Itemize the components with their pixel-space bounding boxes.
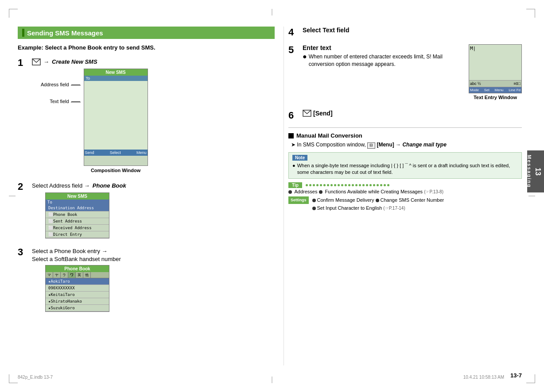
send-box: [Send] [303,110,333,117]
manual-mail-prefix: In SMS Composition window, [297,142,365,148]
settings-badge: Settings [288,196,309,204]
chapter-label: Messaging [527,155,532,188]
tab-ra[interactable]: ラ [61,272,68,278]
step-2-content: Select Address field → Phone Book New SM… [32,182,275,238]
chapter-number: 13 [534,168,542,176]
phonebook-screen: Phone Book マ ヤ ラ ワ 英 他 ★AokiTaro 090XXXX… [45,265,109,312]
tip-text-1: Addresses [294,189,317,194]
step-6-label: [Send] [313,110,333,117]
tab-ei[interactable]: 英 [76,272,83,278]
te-screen: M| abc ½ ≡0□ Mode Set Menu Line Fd [469,44,522,93]
send-mail-icon [303,110,311,117]
tab-wa[interactable]: ワ [68,272,76,278]
composition-window-caption: Composition Window [84,168,148,173]
pb-entry-shirato[interactable]: ★ShiratoHanako [46,298,109,305]
step-3-number: 3 [18,247,28,257]
text-entry-window: M| abc ½ ≡0□ Mode Set Menu Line Fd [469,44,522,100]
step-4-content: Select Text field [303,27,522,34]
manual-mail-action: Change mail type [402,142,446,148]
te-count-text: ≡0□ [513,81,521,86]
corner-mark-bl [9,374,18,383]
te-screen-footer: Mode Set Menu Line Fd [469,87,521,93]
te-caption: Text Entry Window [469,95,522,100]
sms-screen: New SMS To Send Select Menu [84,69,148,166]
manual-mail-desc: ➤ In SMS Composition window, ⊟ [Menu] → … [291,141,522,149]
tab-ma[interactable]: マ [46,272,53,278]
step-5: 5 Enter text ● When number of entered ch… [288,44,522,104]
file-name: 842p_E.indb 13-7 [18,375,53,380]
dest-screen: New SMS To Destination Address ⬜Phone Bo… [45,192,109,238]
step-3-action-text: Select a Phone Book entry → [32,247,108,255]
dest-item-phonebook[interactable]: ⬜Phone Book [46,211,109,218]
step-5-content: Enter text ● When number of entered char… [303,44,522,104]
section-heading: Sending SMS Messages [18,27,275,39]
note-label: Note [292,155,307,161]
step-5-number: 5 [288,44,299,56]
dest-item-direct[interactable]: ⬜Direct Entry [46,231,109,238]
note-bullet-dot: ● [292,162,295,169]
pb-entry-suzuki[interactable]: ★SuzukiGoro [46,305,109,311]
manual-mail-heading: Manual Mail Conversion [288,132,522,139]
step-4-number: 4 [288,27,299,38]
crop-mark-left [9,196,16,196]
tip-bullet-2 [319,190,323,194]
crop-mark-bottom [272,377,272,383]
te-menu-btn[interactable]: Menu [495,88,504,92]
manual-mail-box: Manual Mail Conversion ➤ In SMS Composit… [288,132,522,149]
te-screen-body: M| [469,45,521,80]
menu-icon: ⊟ [367,142,375,149]
tip-bullet-4 [376,199,379,202]
te-mode-btn[interactable]: Mode [470,88,479,92]
tip-content: Addresses Functions Available while Crea… [288,188,522,212]
step-3-label: Select a SoftBank handset number [32,256,275,262]
sms-screen-header: New SMS [84,69,148,76]
address-field-label: Address field [41,82,69,87]
step-1-number: 1 [18,58,28,68]
tip-settings-text: Confirm Message Delivery Change SMS Cent… [312,196,444,212]
pb-entry-keitai[interactable]: ★KeitaiTaro [46,292,109,298]
crop-mark-top [272,9,272,15]
step-2-number: 2 [18,182,28,192]
step-5-label: Enter text [303,44,464,51]
te-set-btn[interactable]: Set [484,88,490,92]
manual-mail-arrow: → [396,142,402,148]
dest-item-received[interactable]: ⬜Received Address [46,225,109,231]
dest-item-address[interactable]: Destination Address [46,205,109,211]
step-2: 2 Select Address field → Phone Book New … [18,182,275,238]
dest-screen-header: New SMS [46,193,109,200]
phonebook-tabs: マ ヤ ラ ワ 英 他 [46,272,109,278]
corner-mark-tl [9,9,18,18]
sms-menu-btn[interactable]: Menu [136,150,147,155]
tip-label: Tip [288,182,302,188]
page-number: 13-7 [510,372,522,379]
note-text: When a single-byte text message includin… [297,162,518,176]
tip-box: Tip Addresses Functions Avail [288,182,522,212]
example-text: Example: Select a Phone Book entry to se… [18,44,275,51]
text-field-label: Text field [41,99,69,104]
heading-bar [22,29,24,37]
tab-ta[interactable]: 他 [83,272,91,278]
step-6-content: [Send] [303,110,522,118]
manual-mail-title: Manual Mail Conversion [296,132,362,139]
step-4: 4 Select Text field [288,27,522,38]
te-mode-text: abc ½ [470,81,481,86]
pb-entry-aoki[interactable]: ★AokiTaro [46,278,109,285]
tip-dots [306,184,389,186]
step-1-label: Create New SMS [52,58,97,66]
tab-ya[interactable]: ヤ [53,272,61,278]
label-lines [71,79,82,159]
tip-bullet-3 [312,199,316,202]
dest-item-sent[interactable]: ⬜Sent Address [46,218,109,225]
crop-mark-right [528,196,535,196]
tip-bullet-5 [312,207,316,210]
pb-entry-phone[interactable]: 090XXXXXXXX [46,285,109,292]
sms-select-btn[interactable]: Select [110,150,121,155]
sms-send-btn[interactable]: Send [85,150,94,155]
black-square-icon [288,133,294,138]
section-title: Sending SMS Messages [27,29,103,37]
te-linefd-btn[interactable]: Line Fd [509,88,521,92]
step-1-action: → Create New SMS [32,58,275,66]
main-content: Sending SMS Messages Example: Select a P… [18,27,522,365]
corner-mark-br [526,374,535,383]
step-3: 3 Select a Phone Book entry → Select a S… [18,247,275,311]
